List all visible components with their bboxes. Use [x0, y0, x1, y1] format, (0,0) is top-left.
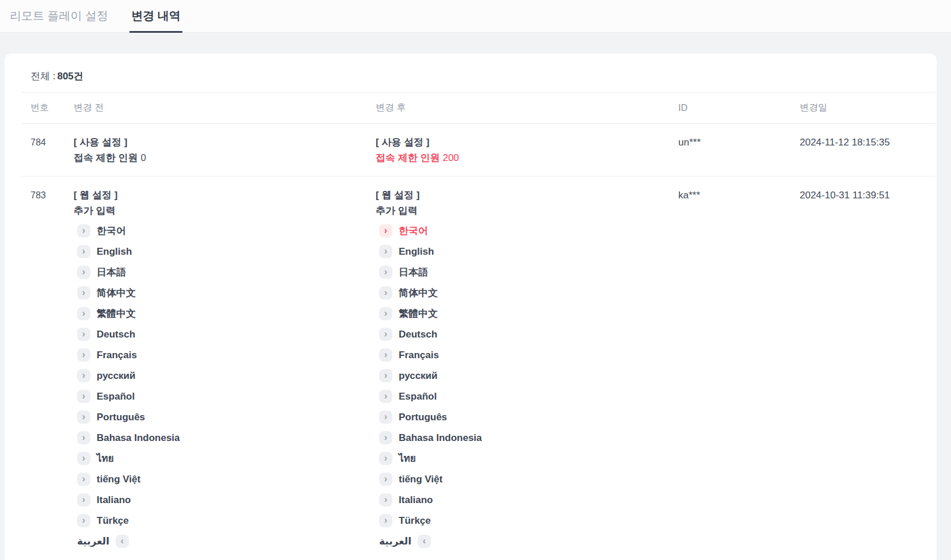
- setting-label: 접속 제한 인원: [376, 152, 440, 163]
- language-label: 日本語: [399, 264, 428, 280]
- language-item[interactable]: › Deutsch: [379, 324, 437, 344]
- language-label: русский: [97, 368, 136, 383]
- chevron-right-icon: ›: [379, 493, 392, 507]
- language-item[interactable]: › 한국어: [379, 220, 428, 241]
- language-item[interactable]: › Français: [77, 344, 137, 365]
- language-item[interactable]: › tiếng Việt: [77, 469, 140, 489]
- chevron-right-icon: ›: [77, 369, 90, 382]
- language-item[interactable]: › ไทย: [379, 448, 416, 469]
- chevron-right-icon: ›: [77, 473, 90, 486]
- chevron-right-icon: ›: [379, 452, 392, 465]
- user-id: ka***: [678, 187, 800, 203]
- language-item[interactable]: › 日本語: [379, 262, 428, 282]
- language-label: العربية: [379, 534, 411, 549]
- setting-section-title: [ 사용 설정 ]: [74, 135, 376, 150]
- tab-remote-play-settings[interactable]: 리모트 플레이 설정: [10, 0, 108, 32]
- chevron-right-icon: ›: [77, 328, 90, 341]
- chevron-right-icon: ›: [77, 348, 90, 362]
- language-label: 한국어: [399, 223, 428, 239]
- language-item[interactable]: › tiếng Việt: [379, 469, 442, 489]
- language-label: Deutsch: [399, 327, 437, 342]
- tab-change-history[interactable]: 변경 내역: [129, 0, 182, 33]
- language-item[interactable]: › Português: [77, 406, 145, 427]
- language-item[interactable]: › English: [379, 241, 434, 262]
- language-item[interactable]: › 日本語: [77, 262, 126, 282]
- setting-label: 접속 제한 인원: [74, 152, 138, 163]
- setting-section-title: [ 사용 설정 ]: [376, 135, 678, 150]
- language-item[interactable]: › ไทย: [77, 448, 114, 469]
- before-change-cell: [ 사용 설정 ] 접속 제한 인원0: [74, 135, 376, 166]
- table-row: 784 [ 사용 설정 ] 접속 제한 인원0 [ 사용 설정 ] 접속 제한 …: [21, 124, 935, 177]
- language-item[interactable]: › 繁體中文: [77, 303, 136, 324]
- setting-section-title: [ 웹 설정 ]: [74, 187, 376, 203]
- chevron-right-icon: ›: [379, 390, 392, 403]
- chevron-right-icon: ›: [77, 245, 90, 258]
- chevron-right-icon: ›: [379, 411, 392, 424]
- user-id: un***: [678, 135, 800, 150]
- change-history-table: 번호 변경 전 변경 후 ID 변경일 784 [ 사용 설정 ] 접속 제한 …: [21, 93, 935, 560]
- language-label: Italiano: [97, 492, 131, 508]
- change-date: 2024-10-31 11:39:51: [800, 187, 935, 203]
- after-change-cell: [ 사용 설정 ] 접속 제한 인원200: [376, 135, 678, 166]
- chevron-right-icon: ›: [77, 431, 90, 444]
- setting-line-changed: 접속 제한 인원200: [376, 150, 678, 166]
- language-label: Italiano: [399, 492, 433, 508]
- chevron-right-icon: ›: [379, 514, 392, 527]
- language-item[interactable]: › Español: [77, 386, 135, 406]
- chevron-right-icon: ›: [77, 452, 90, 465]
- language-item[interactable]: › العربية: [77, 531, 129, 551]
- language-item[interactable]: › Français: [379, 344, 439, 365]
- chevron-right-icon: ›: [379, 266, 392, 279]
- language-item[interactable]: › Bahasa Indonesia: [379, 427, 482, 448]
- language-item[interactable]: › English: [77, 241, 132, 262]
- setting-section-title: [ 웹 설정 ]: [376, 187, 678, 203]
- column-header-before: 변경 전: [74, 102, 376, 114]
- language-item[interactable]: › Deutsch: [77, 324, 135, 344]
- chevron-right-icon: ›: [77, 514, 90, 527]
- row-number: 783: [30, 187, 74, 204]
- column-header-date: 변경일: [800, 102, 935, 114]
- setting-subtitle: 추가 입력: [376, 203, 678, 218]
- language-label: Português: [399, 409, 447, 425]
- language-item[interactable]: › Türkçe: [379, 510, 431, 531]
- tab-bar: 리모트 플레이 설정 변경 내역: [0, 0, 951, 33]
- language-item[interactable]: › Italiano: [379, 489, 433, 510]
- language-item[interactable]: › Español: [379, 386, 437, 406]
- language-label: 日本語: [97, 264, 126, 280]
- table-header-row: 번호 변경 전 변경 후 ID 변경일: [21, 93, 935, 124]
- language-label: Bahasa Indonesia: [97, 430, 180, 446]
- language-label: русский: [399, 368, 438, 383]
- chevron-right-icon: ›: [116, 535, 129, 548]
- language-label: Bahasa Indonesia: [399, 430, 482, 446]
- after-change-cell: [ 웹 설정 ] 추가 입력 › 한국어 › English › 日本語 › 简…: [376, 187, 678, 551]
- language-item[interactable]: › العربية: [379, 531, 431, 551]
- language-item[interactable]: › 简体中文: [77, 282, 136, 303]
- chevron-right-icon: ›: [379, 473, 392, 486]
- language-label: tiếng Việt: [399, 471, 442, 487]
- chevron-right-icon: ›: [379, 348, 392, 362]
- chevron-right-icon: ›: [77, 493, 90, 507]
- language-item[interactable]: › 繁體中文: [379, 303, 438, 324]
- chevron-right-icon: ›: [77, 307, 90, 320]
- language-item[interactable]: › 한국어: [77, 220, 126, 241]
- language-item[interactable]: › Bahasa Indonesia: [77, 427, 180, 448]
- column-header-id: ID: [678, 103, 800, 113]
- language-label: Français: [399, 347, 439, 363]
- language-item[interactable]: › русский: [77, 365, 136, 386]
- language-item[interactable]: › 简体中文: [379, 282, 438, 303]
- language-item[interactable]: › Português: [379, 406, 447, 427]
- language-label: ไทย: [399, 451, 416, 466]
- language-item[interactable]: › Türkçe: [77, 510, 129, 531]
- language-list-before: › 한국어 › English › 日本語 › 简体中文 › 繁體中文: [74, 220, 376, 551]
- language-label: Türkçe: [97, 513, 129, 528]
- before-change-cell: [ 웹 설정 ] 추가 입력 › 한국어 › English › 日本語 › 简…: [74, 187, 376, 551]
- language-item[interactable]: › Italiano: [77, 489, 131, 510]
- language-label: 한국어: [97, 223, 126, 239]
- total-count: 전체 :805건: [30, 70, 937, 83]
- chevron-right-icon: ›: [77, 266, 90, 279]
- chevron-right-icon: ›: [379, 224, 392, 237]
- language-label: English: [97, 244, 132, 259]
- language-label: Deutsch: [97, 327, 135, 342]
- language-item[interactable]: › русский: [379, 365, 438, 386]
- table-row: 783 [ 웹 설정 ] 추가 입력 › 한국어 › English › 日本語…: [21, 177, 935, 560]
